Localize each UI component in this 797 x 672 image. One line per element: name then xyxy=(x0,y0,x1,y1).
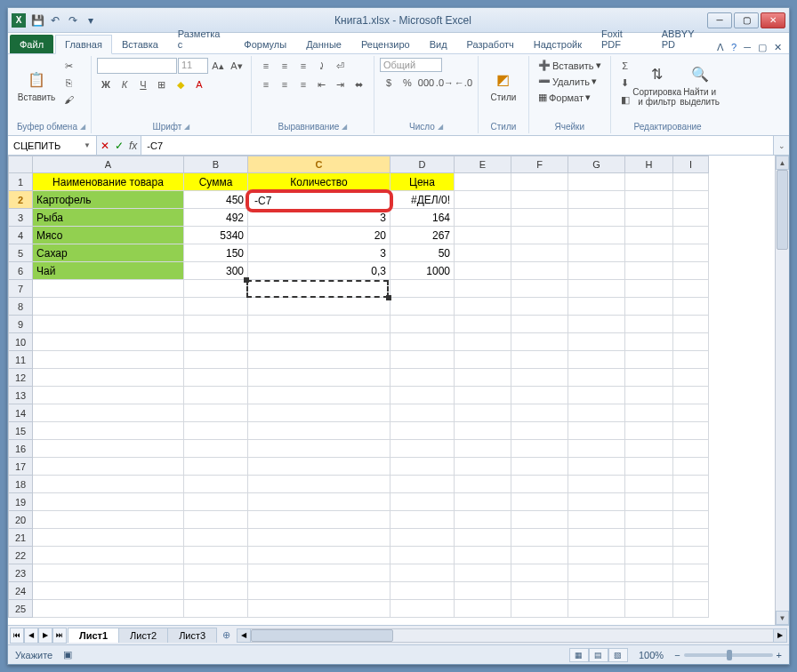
cell[interactable] xyxy=(390,333,455,351)
cell[interactable] xyxy=(511,404,568,422)
cell[interactable] xyxy=(673,191,709,209)
cell[interactable] xyxy=(673,262,709,280)
cell[interactable] xyxy=(568,511,625,529)
next-sheet-icon[interactable]: ▶ xyxy=(38,628,52,644)
row-header[interactable]: 11 xyxy=(8,351,33,369)
row-header[interactable]: 2 xyxy=(8,191,33,209)
cell[interactable] xyxy=(248,511,390,529)
row-header[interactable]: 23 xyxy=(8,564,33,582)
redo-icon[interactable]: ↷ xyxy=(65,12,81,28)
cell[interactable] xyxy=(184,600,248,618)
cell[interactable] xyxy=(455,244,511,262)
align-middle-icon[interactable]: ≡ xyxy=(276,58,294,74)
cell[interactable] xyxy=(511,298,568,316)
cell[interactable] xyxy=(625,280,673,298)
row-header[interactable]: 6 xyxy=(8,262,33,280)
scroll-up-icon[interactable]: ▲ xyxy=(776,156,789,170)
hscroll-thumb[interactable] xyxy=(251,629,393,642)
row-header[interactable]: 13 xyxy=(8,387,33,404)
cell[interactable] xyxy=(390,404,455,422)
cell[interactable] xyxy=(184,547,248,564)
cell[interactable] xyxy=(455,511,511,529)
fill-color-icon[interactable]: ◆ xyxy=(172,76,189,92)
cell[interactable] xyxy=(625,351,673,369)
cell[interactable]: Чай xyxy=(33,262,184,280)
cell[interactable] xyxy=(625,404,673,422)
cell[interactable] xyxy=(511,387,568,404)
cell[interactable] xyxy=(625,582,673,600)
cell[interactable] xyxy=(625,476,673,493)
cell[interactable] xyxy=(390,564,455,582)
cell[interactable] xyxy=(455,316,511,333)
row-header[interactable]: 19 xyxy=(8,493,33,511)
font-name-combo[interactable] xyxy=(97,58,177,74)
decrease-decimal-icon[interactable]: ←.0 xyxy=(455,75,472,91)
cell[interactable]: Рыба xyxy=(33,209,184,227)
cell[interactable] xyxy=(33,369,184,387)
cell[interactable] xyxy=(390,351,455,369)
grow-font-icon[interactable]: A▴ xyxy=(209,58,227,74)
cell[interactable] xyxy=(33,529,184,547)
cell[interactable] xyxy=(673,511,709,529)
cell[interactable]: 50 xyxy=(390,244,455,262)
align-left-icon[interactable]: ≡ xyxy=(257,76,275,92)
cell[interactable] xyxy=(390,316,455,333)
cell[interactable] xyxy=(511,476,568,493)
new-sheet-icon[interactable]: ⊕ xyxy=(217,629,235,641)
cell[interactable] xyxy=(248,280,390,298)
cell[interactable] xyxy=(568,262,625,280)
cell[interactable] xyxy=(248,547,390,564)
sort-filter-button[interactable]: ⇅ Сортировка и фильтр xyxy=(638,58,677,113)
cell[interactable] xyxy=(33,298,184,316)
prev-sheet-icon[interactable]: ◀ xyxy=(24,628,38,644)
comma-icon[interactable]: 000 xyxy=(417,75,435,91)
cell[interactable] xyxy=(673,351,709,369)
cell[interactable] xyxy=(33,511,184,529)
scroll-left-icon[interactable]: ◀ xyxy=(237,628,251,643)
row-header[interactable]: 5 xyxy=(8,244,33,262)
column-header[interactable]: E xyxy=(455,156,511,173)
row-header[interactable]: 16 xyxy=(8,440,33,458)
row-header[interactable]: 7 xyxy=(8,280,33,298)
cell[interactable]: Цена xyxy=(390,173,455,191)
cell[interactable] xyxy=(511,244,568,262)
cell[interactable] xyxy=(511,600,568,618)
cell[interactable] xyxy=(33,582,184,600)
cell[interactable] xyxy=(390,387,455,404)
cell[interactable] xyxy=(33,333,184,351)
cell[interactable] xyxy=(390,476,455,493)
cell[interactable] xyxy=(568,564,625,582)
column-header[interactable]: I xyxy=(673,156,709,173)
align-bottom-icon[interactable]: ≡ xyxy=(294,58,312,74)
cell[interactable] xyxy=(511,493,568,511)
cell[interactable] xyxy=(511,582,568,600)
expand-formula-bar-icon[interactable]: ⌄ xyxy=(773,136,789,155)
cell[interactable] xyxy=(625,262,673,280)
font-color-icon[interactable]: A xyxy=(190,76,208,92)
cell[interactable] xyxy=(390,600,455,618)
scroll-down-icon[interactable]: ▼ xyxy=(776,611,789,625)
cell[interactable]: 267 xyxy=(390,227,455,244)
cell[interactable] xyxy=(33,493,184,511)
qat-customize-icon[interactable]: ▾ xyxy=(83,12,99,28)
format-cells-button[interactable]: ▦Формат ▾ xyxy=(535,90,594,105)
vertical-scrollbar[interactable]: ▲ ▼ xyxy=(775,156,789,625)
accept-formula-icon[interactable]: ✓ xyxy=(115,140,124,152)
cell[interactable] xyxy=(511,191,568,209)
name-box[interactable]: СЦЕПИТЬ▼ xyxy=(8,136,97,155)
cell[interactable] xyxy=(568,600,625,618)
cut-icon[interactable]: ✂ xyxy=(60,58,77,74)
cell[interactable] xyxy=(455,191,511,209)
cell[interactable] xyxy=(568,422,625,440)
cell[interactable] xyxy=(625,529,673,547)
sheet-tab[interactable]: Лист2 xyxy=(118,628,168,643)
cell[interactable] xyxy=(248,351,390,369)
cancel-formula-icon[interactable]: ✕ xyxy=(101,140,109,152)
cell[interactable] xyxy=(390,582,455,600)
sheet-tab[interactable]: Лист1 xyxy=(68,628,119,643)
cell[interactable] xyxy=(455,369,511,387)
cell[interactable]: 492 xyxy=(184,209,248,227)
cell[interactable] xyxy=(625,244,673,262)
cell[interactable] xyxy=(568,547,625,564)
cell[interactable] xyxy=(390,422,455,440)
